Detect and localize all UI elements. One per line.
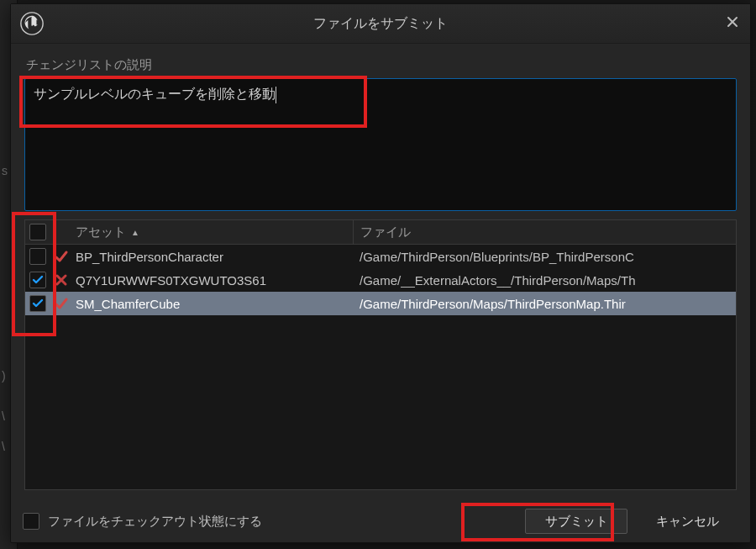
row-asset-name: BP_ThirdPersonCharacter	[72, 250, 353, 264]
row-status-icon-cell	[50, 272, 72, 288]
row-checkbox[interactable]	[29, 295, 46, 312]
column-header-file-label: ファイル	[360, 224, 411, 240]
column-header-asset-label: アセット	[76, 224, 126, 240]
dialog-footer: ファイルをチェックアウト状態にする サブミット キャンセル	[11, 499, 750, 542]
header-checkbox-cell[interactable]	[25, 220, 50, 244]
cancel-button[interactable]: キャンセル	[636, 509, 738, 534]
background-shell: s ) \ \ ファイルをサブミット チェンジリストの説明 サンプルレベルのキュ…	[0, 0, 756, 549]
svg-text:\: \	[2, 441, 5, 453]
row-file-path: /Game/ThirdPerson/Maps/ThirdPersonMap.Th…	[353, 297, 736, 311]
table-body: BP_ThirdPersonCharacter/Game/ThirdPerson…	[25, 245, 736, 315]
edit-status-icon	[54, 249, 69, 264]
svg-text:\: \	[2, 410, 5, 423]
table-row[interactable]: Q7Y1URWWFS0TXGWUTO3S61/Game/__ExternalAc…	[25, 268, 736, 292]
table-row[interactable]: SM_ChamferCube/Game/ThirdPerson/Maps/Thi…	[25, 292, 736, 315]
table-header: アセット ▲ ファイル	[25, 220, 736, 245]
dialog-titlebar[interactable]: ファイルをサブミット	[11, 4, 750, 44]
file-table: アセット ▲ ファイル BP_ThirdPersonCharacter/Game…	[25, 220, 736, 489]
sort-ascending-icon: ▲	[131, 228, 139, 237]
row-checkbox-cell[interactable]	[25, 248, 50, 265]
submit-button-label: サブミット	[545, 514, 608, 530]
row-file-path: /Game/ThirdPerson/Blueprints/BP_ThirdPer…	[353, 250, 736, 264]
keep-checked-out-label: ファイルをチェックアウト状態にする	[48, 514, 262, 530]
file-list-panel: アセット ▲ ファイル BP_ThirdPersonCharacter/Game…	[24, 219, 737, 490]
header-checkbox[interactable]	[29, 224, 46, 240]
row-asset-name: Q7Y1URWWFS0TXGWUTO3S61	[72, 273, 353, 288]
dialog-title: ファイルをサブミット	[313, 15, 448, 33]
row-status-icon-cell	[50, 296, 72, 311]
close-button[interactable]	[723, 13, 742, 31]
row-checkbox[interactable]	[29, 248, 46, 265]
submit-dialog: ファイルをサブミット チェンジリストの説明 サンプルレベルのキューブを削除と移動	[10, 3, 751, 543]
row-checkbox-cell[interactable]	[25, 272, 50, 288]
description-label: チェンジリストの説明	[26, 57, 737, 73]
header-status-spacer	[50, 220, 72, 244]
unreal-logo-icon	[19, 11, 45, 39]
row-checkbox-cell[interactable]	[25, 295, 50, 312]
description-text: サンプルレベルのキューブを削除と移動	[34, 87, 276, 101]
edit-status-icon	[54, 296, 69, 311]
svg-text:): )	[2, 370, 6, 383]
row-asset-name: SM_ChamferCube	[72, 297, 353, 311]
row-checkbox[interactable]	[29, 272, 46, 288]
submit-button[interactable]: サブミット	[525, 509, 627, 534]
close-icon	[726, 15, 739, 29]
row-file-path: /Game/__ExternalActors__/ThirdPerson/Map…	[353, 273, 736, 288]
table-row[interactable]: BP_ThirdPersonCharacter/Game/ThirdPerson…	[25, 245, 736, 268]
column-header-file[interactable]: ファイル	[354, 220, 736, 244]
row-status-icon-cell	[50, 249, 72, 264]
description-input[interactable]: サンプルレベルのキューブを削除と移動	[24, 78, 737, 211]
text-caret	[276, 87, 276, 103]
delete-status-icon	[54, 272, 69, 288]
dialog-body: チェンジリストの説明 サンプルレベルのキューブを削除と移動 アセット	[11, 44, 750, 499]
column-header-asset[interactable]: アセット ▲	[72, 220, 354, 244]
cancel-button-label: キャンセル	[656, 514, 719, 530]
svg-text:s: s	[2, 165, 8, 177]
keep-checked-out-checkbox[interactable]	[23, 513, 39, 530]
